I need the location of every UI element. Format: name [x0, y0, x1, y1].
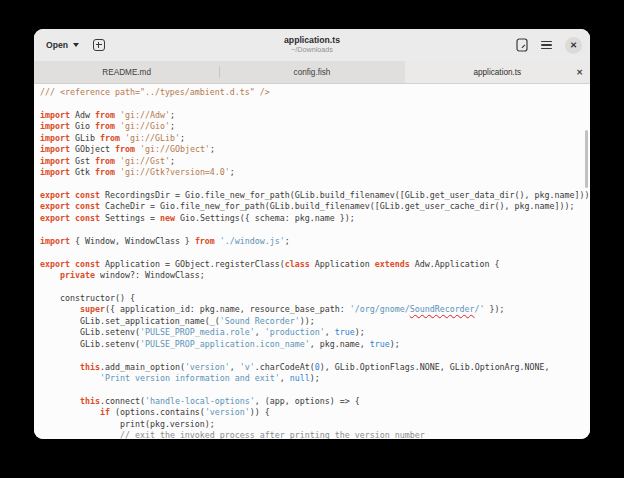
tab-application-ts[interactable]: application.ts ✕	[405, 61, 590, 83]
vertical-scrollbar[interactable]	[585, 130, 588, 188]
headerbar-right-group: ✕	[516, 37, 582, 54]
window-title-area: application.ts ~/Downloads	[284, 35, 340, 54]
document-info-icon[interactable]	[516, 38, 528, 52]
tab-readme[interactable]: README.md	[34, 61, 219, 83]
chevron-down-icon	[73, 43, 79, 47]
menu-button[interactable]	[541, 41, 552, 50]
text-editor-window: Open application.ts ~/Downloads	[34, 29, 590, 439]
tab-label: application.ts	[473, 68, 521, 77]
open-button-label: Open	[46, 40, 68, 50]
headerbar: Open application.ts ~/Downloads	[34, 29, 590, 61]
code-editor[interactable]: /// <reference path="../types/ambient.d.…	[34, 84, 590, 439]
close-icon: ✕	[570, 40, 577, 50]
window-close-button[interactable]: ✕	[565, 37, 582, 54]
new-tab-button[interactable]	[93, 39, 105, 51]
window-title: application.ts	[284, 35, 340, 45]
window-subtitle: ~/Downloads	[284, 46, 340, 54]
desktop-background: Open application.ts ~/Downloads	[0, 0, 624, 478]
headerbar-left-group: Open	[44, 36, 105, 54]
tab-label: README.md	[102, 68, 151, 77]
code-content: /// <reference path="../types/ambient.d.…	[34, 84, 590, 439]
open-button[interactable]: Open	[44, 36, 81, 54]
tab-bar: README.md config.fish application.ts ✕	[34, 61, 590, 84]
tab-label: config.fish	[294, 68, 331, 77]
tab-close-icon[interactable]: ✕	[576, 68, 583, 77]
tab-config-fish[interactable]: config.fish	[219, 61, 404, 83]
